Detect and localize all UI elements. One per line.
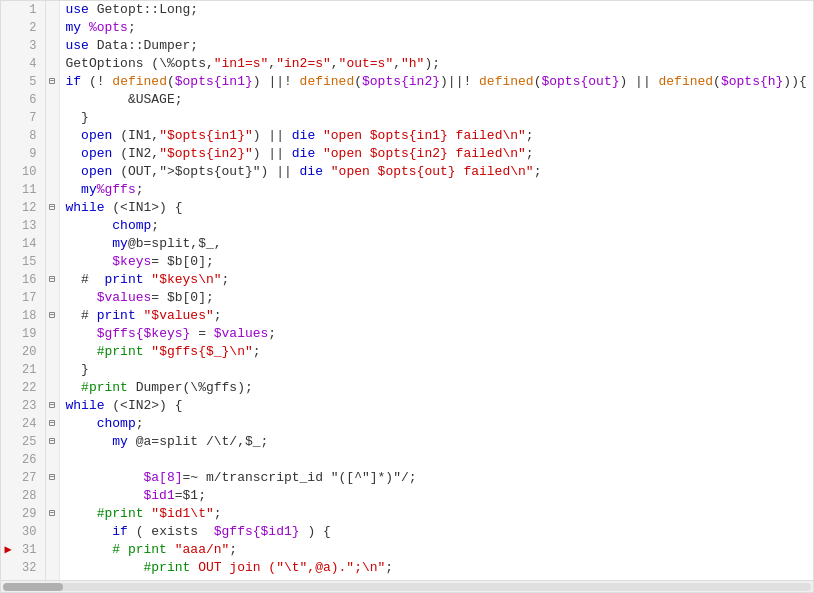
- token: my: [112, 434, 128, 449]
- token: (: [713, 74, 721, 89]
- scrollbar-track[interactable]: [3, 583, 811, 591]
- fold-icon: [45, 487, 59, 505]
- token: use: [66, 38, 97, 53]
- token: ;: [136, 416, 144, 431]
- code-line: my@b=split,$_,: [59, 235, 813, 253]
- code-line: open (IN1,"$opts{in1}") || die "open $op…: [59, 127, 813, 145]
- line-number: 15: [15, 253, 45, 271]
- table-row: 10 open (OUT,">$opts{out}") || die "open…: [1, 163, 813, 181]
- token: $values: [97, 290, 152, 305]
- code-line: }: [59, 109, 813, 127]
- fold-icon: [45, 451, 59, 469]
- code-line: # print "aaa/n";: [59, 541, 813, 559]
- token: print: [105, 272, 152, 287]
- line-number: 8: [15, 127, 45, 145]
- token: (<IN2>) {: [105, 398, 183, 413]
- fold-icon: [45, 343, 59, 361]
- token: [66, 182, 82, 197]
- fold-icon[interactable]: ⊟: [45, 469, 59, 487]
- line-number: 18: [15, 307, 45, 325]
- token: "$opts{in2}": [159, 146, 253, 161]
- table-row: 1use Getopt::Long;: [1, 1, 813, 19]
- arrow-cell: ▶: [1, 541, 15, 559]
- line-number: 6: [15, 91, 45, 109]
- table-row: 12⊟while (<IN1>) {: [1, 199, 813, 217]
- fold-icon[interactable]: ⊟: [45, 433, 59, 451]
- token: my: [112, 236, 128, 251]
- arrow-cell: [1, 307, 15, 325]
- token: [66, 434, 113, 449]
- token: [66, 236, 113, 251]
- fold-icon[interactable]: ⊟: [45, 505, 59, 523]
- table-row: 4GetOptions (\%opts,"in1=s","in2=s","out…: [1, 55, 813, 73]
- code-line: while (<IN1>) {: [59, 199, 813, 217]
- token: "$gffs{$_}\n": [151, 344, 252, 359]
- arrow-cell: [1, 559, 15, 577]
- token: "$opts{in1}": [159, 128, 253, 143]
- token: "$id1\t": [151, 506, 213, 521]
- token: ;: [222, 272, 230, 287]
- token: /;: [401, 470, 417, 485]
- line-number: 30: [15, 523, 45, 541]
- token: [66, 488, 144, 503]
- table-row: 13 chomp;: [1, 217, 813, 235]
- table-row: 17 $values= $b[0];: [1, 289, 813, 307]
- line-number: 13: [15, 217, 45, 235]
- token: &USAGE;: [66, 92, 183, 107]
- table-row: 15 $keys= $b[0];: [1, 253, 813, 271]
- token: Dumper(\%gffs): [136, 380, 245, 395]
- token: open: [81, 128, 112, 143]
- fold-icon: [45, 127, 59, 145]
- arrow-cell: [1, 55, 15, 73]
- token: [66, 218, 113, 233]
- token: (<IN1>) {: [105, 200, 183, 215]
- token: #print: [97, 506, 152, 521]
- token: [292, 74, 300, 89]
- token: defined: [659, 74, 714, 89]
- token: ;: [128, 20, 136, 35]
- table-row: 5⊟if (! defined($opts{in1}) ||! defined(…: [1, 73, 813, 91]
- fold-icon[interactable]: ⊟: [45, 73, 59, 91]
- token: = $b[0];: [151, 254, 213, 269]
- token: $values: [214, 326, 269, 341]
- token: die: [300, 164, 323, 179]
- token: =~ m/transcript_id "([^"]*)": [183, 470, 401, 485]
- table-row: 16⊟ # print "$keys\n";: [1, 271, 813, 289]
- line-number: 24: [15, 415, 45, 433]
- token: (!: [81, 74, 112, 89]
- token: [66, 254, 113, 269]
- code-line: # print "$values";: [59, 307, 813, 325]
- fold-icon: [45, 325, 59, 343]
- token: use: [66, 2, 97, 17]
- token: chomp: [97, 416, 136, 431]
- fold-icon[interactable]: ⊟: [45, 199, 59, 217]
- code-line: my @a=split /\t/,$_;: [59, 433, 813, 451]
- token: (OUT,">$opts{out}") ||: [112, 164, 299, 179]
- table-row: ▶31 # print "aaa/n";: [1, 541, 813, 559]
- fold-icon: [45, 91, 59, 109]
- arrow-cell: [1, 379, 15, 397]
- token: ;: [268, 326, 276, 341]
- line-number: 16: [15, 271, 45, 289]
- fold-icon[interactable]: ⊟: [45, 271, 59, 289]
- line-number: 29: [15, 505, 45, 523]
- token: #: [66, 272, 105, 287]
- token: "$values": [144, 308, 214, 323]
- horizontal-scrollbar[interactable]: [1, 580, 813, 592]
- code-line: open (OUT,">$opts{out}") || die "open $o…: [59, 163, 813, 181]
- fold-icon[interactable]: ⊟: [45, 397, 59, 415]
- line-number: 14: [15, 235, 45, 253]
- fold-icon[interactable]: ⊟: [45, 307, 59, 325]
- token: "open $opts{in1} failed\n": [323, 128, 526, 143]
- line-number: 5: [15, 73, 45, 91]
- arrow-cell: [1, 199, 15, 217]
- scrollbar-thumb[interactable]: [3, 583, 63, 591]
- table-row: 9 open (IN2,"$opts{in2}") || die "open $…: [1, 145, 813, 163]
- table-row: 32 #print OUT join ("\t",@a).";\n";: [1, 559, 813, 577]
- fold-icon[interactable]: ⊟: [45, 415, 59, 433]
- code-area[interactable]: 1use Getopt::Long;2my %opts;3use Data::D…: [1, 1, 813, 580]
- token: (: [167, 74, 175, 89]
- fold-icon: [45, 523, 59, 541]
- arrow-cell: [1, 451, 15, 469]
- token: ( exists: [128, 524, 214, 539]
